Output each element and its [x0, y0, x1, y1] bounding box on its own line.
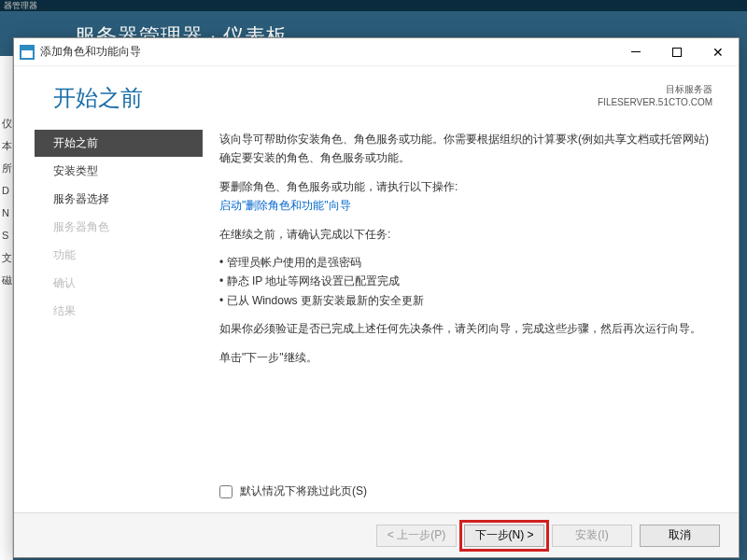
- step-5: 确认: [35, 270, 203, 297]
- remove-wizard-link[interactable]: 启动"删除角色和功能"向导: [219, 199, 351, 212]
- step-3: 服务器角色: [35, 214, 203, 241]
- content-pane: 该向导可帮助你安装角色、角色服务或功能。你需要根据组织的计算要求(例如共享文档或…: [203, 126, 729, 476]
- page-heading: 开始之前: [53, 83, 143, 113]
- bullet-0: 管理员帐户使用的是强密码: [219, 253, 711, 272]
- close-button[interactable]: ✕: [698, 39, 739, 65]
- remove-section: 要删除角色、角色服务或功能，请执行以下操作: 启动"删除角色和功能"向导: [219, 177, 711, 216]
- step-6: 结果: [35, 298, 203, 325]
- target-server-info: 目标服务器 FILESERVER.51CTO.COM: [598, 83, 712, 109]
- body: 开始之前安装类型服务器选择服务器角色功能确认结果 该向导可帮助你安装角色、角色服…: [14, 126, 739, 476]
- step-0[interactable]: 开始之前: [35, 130, 203, 157]
- next-button[interactable]: 下一步(N) >: [464, 525, 544, 547]
- prerequisite-label: 在继续之前，请确认完成以下任务:: [219, 225, 711, 244]
- minimize-icon: [631, 51, 641, 52]
- titlebar-text: 添加角色和功能向导: [40, 44, 615, 60]
- continue-text: 单击"下一步"继续。: [219, 348, 711, 367]
- maximize-icon: [672, 48, 682, 57]
- verify-text: 如果你必须验证是否已完成上述任何先决条件，请关闭向导，完成这些步骤，然后再次运行…: [219, 319, 711, 338]
- remove-label: 要删除角色、角色服务或功能，请执行以下操作:: [219, 180, 458, 193]
- background-topbar: 器管理器: [0, 0, 747, 11]
- intro-text: 该向导可帮助你安装角色、角色服务或功能。你需要根据组织的计算要求(例如共享文档或…: [219, 130, 711, 168]
- app-icon: [20, 45, 35, 60]
- bullet-2: 已从 Windows 更新安装最新的安全更新: [219, 291, 711, 310]
- target-value: FILESERVER.51CTO.COM: [598, 96, 712, 109]
- skip-row: 默认情况下将跳过此页(S): [14, 476, 739, 512]
- footer: < 上一步(P) 下一步(N) > 安装(I) 取消: [14, 512, 739, 557]
- step-2[interactable]: 服务器选择: [35, 186, 203, 213]
- minimize-button[interactable]: [615, 39, 656, 65]
- bullet-1: 静态 IP 地址等网络设置已配置完成: [219, 272, 711, 290]
- install-button: 安装(I): [552, 525, 632, 547]
- prerequisite-list: 管理员帐户使用的是强密码静态 IP 地址等网络设置已配置完成已从 Windows…: [219, 253, 711, 310]
- maximize-button[interactable]: [656, 39, 698, 65]
- cancel-button[interactable]: 取消: [640, 525, 720, 547]
- skip-label: 默认情况下将跳过此页(S): [240, 483, 367, 499]
- skip-checkbox[interactable]: [219, 485, 233, 498]
- previous-button: < 上一步(P): [376, 525, 457, 547]
- window-controls: ✕: [615, 39, 739, 65]
- step-1[interactable]: 安装类型: [35, 158, 203, 185]
- step-4: 功能: [35, 242, 203, 269]
- target-label: 目标服务器: [598, 83, 712, 96]
- steps-sidebar: 开始之前安装类型服务器选择服务器角色功能确认结果: [35, 126, 203, 476]
- wizard-dialog: 添加角色和功能向导 ✕ 开始之前 目标服务器 FILESERVER.51CTO.…: [13, 37, 740, 558]
- titlebar: 添加角色和功能向导 ✕: [14, 38, 739, 66]
- background-left-items: 仪本所DNS文磁: [2, 112, 12, 291]
- header: 开始之前 目标服务器 FILESERVER.51CTO.COM: [14, 66, 739, 126]
- close-icon: ✕: [712, 45, 724, 60]
